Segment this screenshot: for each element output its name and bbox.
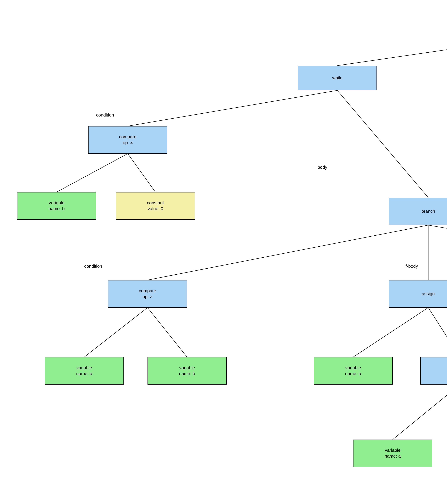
compare_ne: compare op: ≠ bbox=[88, 126, 167, 154]
binop_minus_if: bin op op: − bbox=[420, 357, 447, 385]
while: while bbox=[298, 66, 377, 90]
svg-line-3 bbox=[337, 90, 428, 198]
svg-line-7 bbox=[148, 225, 428, 280]
edge-label-condition: condition bbox=[84, 264, 102, 269]
constant_0: constant value: 0 bbox=[116, 192, 195, 220]
edge-label-if-body: if-body bbox=[405, 264, 418, 269]
variable_a_if: variable name: a bbox=[314, 357, 393, 385]
branch: branch bbox=[389, 198, 447, 225]
edge-label-body: body bbox=[317, 165, 327, 170]
tree-diagram: statement sequencewhilereturncompare op:… bbox=[0, 0, 447, 504]
svg-line-16 bbox=[393, 385, 447, 440]
svg-line-2 bbox=[128, 90, 337, 126]
variable_b_gt2: variable name: b bbox=[148, 357, 227, 385]
svg-line-0 bbox=[337, 41, 447, 66]
variable_a_binop_if1: variable name: a bbox=[353, 440, 432, 467]
assign_if: assign bbox=[389, 280, 447, 307]
variable_b_cmp: variable name: b bbox=[17, 192, 96, 220]
compare_gt: compare op: > bbox=[108, 280, 187, 307]
svg-line-12 bbox=[353, 307, 428, 357]
svg-line-6 bbox=[128, 154, 155, 192]
svg-line-13 bbox=[428, 307, 447, 357]
variable_a_gt1: variable name: a bbox=[45, 357, 124, 385]
svg-line-11 bbox=[148, 307, 187, 357]
svg-line-5 bbox=[56, 154, 128, 192]
edge-label-condition: condition bbox=[96, 112, 114, 118]
svg-line-10 bbox=[84, 307, 148, 357]
svg-line-9 bbox=[428, 225, 447, 280]
